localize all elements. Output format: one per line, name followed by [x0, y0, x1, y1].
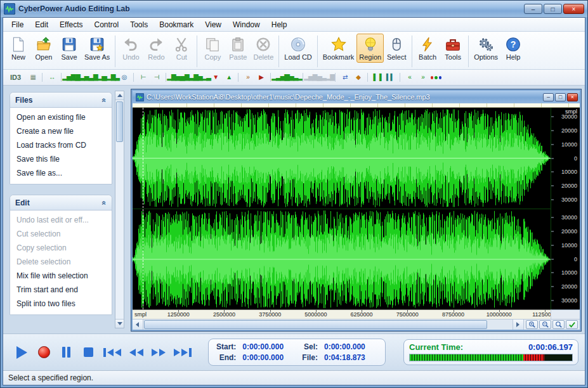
menu-tools[interactable]: Tools	[124, 19, 154, 30]
wave-magnifier-icon[interactable]: ◎	[118, 72, 130, 83]
horizontal-scrollbar[interactable]	[133, 319, 580, 330]
title-bar[interactable]: CyberPower Audio Editing Lab – □ ×	[1, 1, 587, 17]
panel-header-edit[interactable]: Edit«	[10, 195, 112, 210]
hscroll-thumb[interactable]	[144, 320, 487, 329]
menu-help[interactable]: Help	[266, 19, 293, 30]
sidebar-item[interactable]: Delete selection	[10, 255, 112, 269]
sidebar-scrollbar[interactable]	[115, 91, 124, 328]
fast-forward-button[interactable]	[152, 344, 166, 361]
pause-button[interactable]	[59, 344, 73, 361]
vertical-bars-icon[interactable]: ▌▐	[371, 72, 383, 83]
scroll-down-icon[interactable]	[115, 319, 124, 328]
editor-minimize-button[interactable]: –	[543, 93, 554, 101]
channel-left[interactable]	[133, 108, 551, 209]
wave-view-4-icon[interactable]: ▅▂▇▃	[105, 72, 117, 83]
channel-right[interactable]	[133, 209, 551, 310]
wave-tool-disabled-2-icon[interactable]: ▅▃▂▇	[320, 72, 332, 83]
menu-window[interactable]: Window	[227, 19, 266, 30]
brand-logo-icon[interactable]	[430, 72, 442, 83]
menu-file[interactable]: File	[6, 19, 29, 30]
sidebar-scroll-thumb[interactable]	[116, 101, 123, 142]
menu-bookmark[interactable]: Bookmark	[154, 19, 199, 30]
open-button[interactable]: Open	[31, 34, 56, 63]
bookmark-button[interactable]: Bookmark	[320, 34, 357, 63]
tag-film-icon[interactable]: ▦	[27, 72, 39, 83]
nudge-left-icon[interactable]: «	[403, 72, 415, 83]
id3-button[interactable]: ID3	[7, 73, 24, 82]
cut-button[interactable]: Cut	[169, 34, 194, 63]
select-button[interactable]: Select	[384, 34, 409, 63]
sidebar-item[interactable]: Undo last edit or eff...	[10, 213, 112, 227]
sidebar-item[interactable]: Mix file with selection	[10, 269, 112, 283]
panel-header-files[interactable]: Files«	[10, 93, 112, 108]
play-button[interactable]	[15, 344, 29, 361]
close-button[interactable]: ×	[563, 4, 584, 14]
record-button[interactable]	[37, 344, 51, 361]
collapse-chevron-icon[interactable]: «	[100, 98, 109, 102]
scroll-up-icon[interactable]	[115, 91, 124, 100]
minimize-button[interactable]: –	[524, 4, 542, 14]
sidebar-item[interactable]: Copy selection	[10, 241, 112, 255]
zoom-in-button[interactable]	[526, 320, 538, 329]
sidebar-item[interactable]: Create a new file	[10, 124, 112, 138]
menu-control[interactable]: Control	[89, 19, 125, 30]
scroll-left-icon[interactable]	[133, 320, 143, 330]
marker-drop-red-icon[interactable]: ▼	[209, 72, 221, 83]
help-button[interactable]: ?Help	[500, 34, 526, 63]
channel-converter-icon[interactable]: ⇄	[339, 72, 351, 83]
editor-title-bar[interactable]: C:\Users\WorkStationAi8\Desktop\other1\m…	[133, 91, 580, 103]
format-converter-icon[interactable]: ◆	[352, 72, 364, 83]
editor-restore-button[interactable]: □	[555, 93, 566, 101]
skip-start-button[interactable]	[103, 344, 121, 361]
play-preview-icon[interactable]: ▶	[255, 72, 267, 83]
region-start-marker-icon[interactable]: ⊢	[137, 72, 149, 83]
save-button[interactable]: Save	[56, 34, 82, 63]
skip-end-button[interactable]	[174, 344, 192, 361]
scroll-right-icon[interactable]	[513, 320, 523, 330]
wave-gain-down-icon[interactable]: ▇▅▃▂	[287, 72, 299, 83]
time-stretch-icon[interactable]: ↔	[46, 72, 58, 83]
maximize-button[interactable]: □	[544, 4, 562, 14]
collapse-chevron-icon[interactable]: «	[100, 200, 109, 205]
region-button[interactable]: Region	[356, 34, 384, 63]
undo-button[interactable]: Undo	[118, 34, 143, 63]
overview-strip[interactable]	[133, 103, 580, 108]
sidebar-item[interactable]: Trim start and end	[10, 283, 112, 297]
sidebar-item[interactable]: Save this file	[10, 152, 112, 166]
wave-edit-3-icon[interactable]: ▇▅▂▃	[196, 72, 208, 83]
sidebar-item[interactable]: Save file as...	[10, 166, 112, 180]
timeline-ruler[interactable]: smpl 12500002500000375000050000006250000…	[133, 309, 551, 319]
sidebar-item[interactable]: Load tracks from CD	[10, 138, 112, 152]
editor-close-button[interactable]: ×	[567, 93, 578, 101]
nudge-right-icon[interactable]: »	[417, 72, 429, 83]
zoom-full-button[interactable]	[552, 320, 565, 329]
load-cd-button[interactable]: Load CD	[282, 34, 314, 63]
zoom-out-button[interactable]	[539, 320, 551, 329]
confirm-button[interactable]	[566, 320, 578, 329]
stop-button[interactable]	[81, 344, 95, 361]
waveform-canvas-left[interactable]	[133, 108, 551, 209]
tools-button[interactable]: Tools	[440, 34, 466, 63]
split-bars-icon[interactable]: ▍▍	[384, 72, 396, 83]
sidebar-item[interactable]: Open an existing file	[10, 110, 112, 124]
menu-effects[interactable]: Effects	[54, 19, 88, 30]
menu-view[interactable]: View	[199, 19, 227, 30]
redo-button[interactable]: Redo	[143, 34, 169, 63]
waveform-display[interactable]	[133, 108, 551, 309]
loudspeaker-icon[interactable]: »	[242, 72, 254, 83]
copy-button[interactable]: Copy	[200, 34, 225, 63]
batch-button[interactable]: Batch	[415, 34, 440, 63]
delete-button[interactable]: Delete	[251, 34, 276, 63]
waveform-canvas-right[interactable]	[133, 209, 551, 310]
save-as-button[interactable]: Save As	[82, 34, 112, 63]
sidebar-item[interactable]: Cut selection	[10, 227, 112, 241]
menu-edit[interactable]: Edit	[29, 19, 54, 30]
marker-drop-green-icon[interactable]: ▲	[223, 72, 235, 83]
options-button[interactable]: Options	[471, 34, 500, 63]
hscroll-track[interactable]	[143, 320, 513, 330]
sidebar-item[interactable]: Split into two files	[10, 297, 112, 311]
new-button[interactable]: New	[6, 34, 31, 63]
region-end-marker-icon[interactable]: ⊣	[150, 72, 162, 83]
rewind-button[interactable]	[129, 344, 143, 361]
sidebar-scroll-track[interactable]	[115, 100, 124, 319]
